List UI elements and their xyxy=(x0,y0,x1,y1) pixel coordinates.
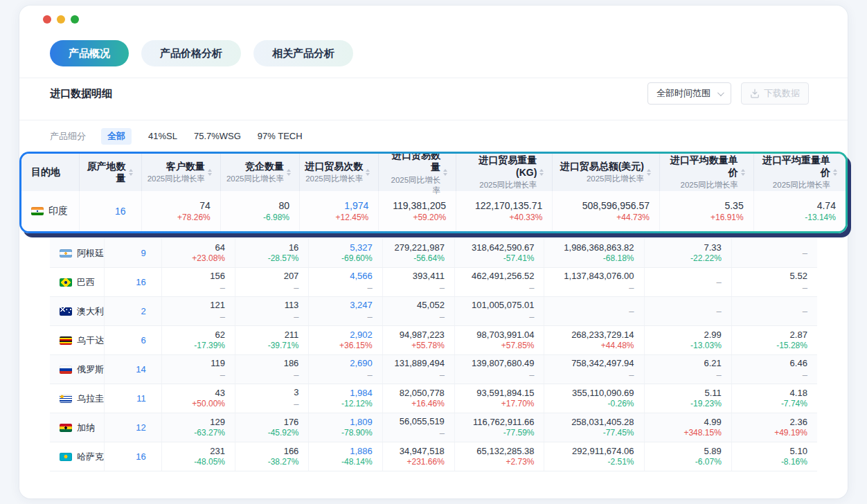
tab-product-overview[interactable]: 产品概况 xyxy=(50,40,129,66)
uruguay-flag-icon xyxy=(60,395,72,403)
tab-bar: 产品概况产品价格分析相关产品分析 xyxy=(50,40,817,66)
cell-trade-amount-usd: 268,233,729.14+44.48% xyxy=(544,326,643,354)
filter-label: 产品细分 xyxy=(50,130,86,143)
cell-avg-quantity-price: 7.33-22.22% xyxy=(644,239,731,267)
sort-icon[interactable] xyxy=(443,169,447,176)
cell-origin-count: 16 xyxy=(104,442,161,471)
cell-competitor-count: 211-39.71% xyxy=(235,326,308,354)
table-row[interactable]: 阿根廷964+23.08%16-28.57%5,327-69.60%279,22… xyxy=(50,239,817,268)
table-row[interactable]: 乌干达662-17.39%211-39.71%2,902+36.15%94,98… xyxy=(50,326,817,355)
download-data-button[interactable]: 下载数据 xyxy=(741,82,809,105)
cell-destination: 阿根廷 xyxy=(50,239,104,267)
cell-competitor-count: 207– xyxy=(235,268,308,296)
tab-product-price-analysis[interactable]: 产品价格分析 xyxy=(141,40,241,66)
highlighted-table-row[interactable]: 印度1674+78.26%80-6.98%1,974+12.45%119,381… xyxy=(21,191,846,231)
column-header-trade-amount-usd[interactable]: 进口贸易总额(美元)2025同比增长率 xyxy=(552,154,659,191)
cell-avg-quantity-price: 5.35+16.91% xyxy=(659,191,753,231)
cell-origin-count: 16 xyxy=(79,191,141,231)
cell-origin-count: 14 xyxy=(104,355,161,384)
filter-option[interactable]: 全部 xyxy=(101,128,132,145)
column-header-destination: 目的地 xyxy=(21,154,79,191)
cell-competitor-count: 166-38.27% xyxy=(235,442,308,471)
cell-trade-amount-usd: 508,596,956.57+44.73% xyxy=(552,191,659,231)
cell-avg-quantity-price: 2.99-13.03% xyxy=(644,326,731,354)
cell-origin-count: 6 xyxy=(104,326,161,354)
cell-customer-count: 231-48.05% xyxy=(161,442,235,471)
column-header-trade-count[interactable]: 进口贸易次数2025同比增长率 xyxy=(299,154,378,191)
cell-trade-amount-usd: – xyxy=(544,297,643,325)
cell-avg-weight-price: 2.36+49.19% xyxy=(731,413,817,442)
section-actions: 全部时间范围 下载数据 xyxy=(647,82,809,105)
cell-origin-count: 16 xyxy=(104,268,161,296)
download-label: 下载数据 xyxy=(764,87,800,100)
cell-origin-count: 2 xyxy=(104,297,161,325)
cell-trade-quantity: 34,947,518+231.66% xyxy=(382,442,454,471)
argentina-flag-icon xyxy=(60,249,72,258)
cell-avg-weight-price: 5.52– xyxy=(731,268,817,296)
sort-icon[interactable] xyxy=(287,169,291,176)
close-window-button[interactable] xyxy=(43,15,51,24)
cell-customer-count: 156– xyxy=(161,268,235,296)
cell-competitor-count: 186– xyxy=(235,355,308,384)
filter-option[interactable]: 75.7%WSG xyxy=(194,131,241,141)
cell-trade-count: 1,974+12.45% xyxy=(299,191,378,231)
cell-competitor-count: 3– xyxy=(235,384,308,413)
table-row[interactable]: 乌拉圭1143+50.00%3–1,984-12.12%82,050,778+1… xyxy=(50,384,817,413)
cell-trade-weight-kg: 139,807,680.49– xyxy=(454,355,544,384)
column-header-trade-weight-kg[interactable]: 进口贸易重量(KG)2025同比增长率 xyxy=(456,154,552,191)
browser-window: 产品概况产品价格分析相关产品分析 进口数据明细 全部时间范围 下载数据 xyxy=(19,6,848,498)
maximize-window-button[interactable] xyxy=(71,15,79,24)
cell-competitor-count: 176-45.92% xyxy=(235,413,308,442)
section-title: 进口数据明细 xyxy=(50,87,112,100)
sort-icon[interactable] xyxy=(539,169,544,176)
cell-trade-quantity: 45,052– xyxy=(382,297,454,325)
cell-trade-count: 3,247– xyxy=(308,297,382,325)
cell-avg-quantity-price: – xyxy=(644,268,731,296)
column-header-competitor-count[interactable]: 竞企数量2025同比增长率 xyxy=(220,154,299,191)
table-header-row: 目的地原产地数量客户数量2025同比增长率竞企数量2025同比增长率进口贸易次数… xyxy=(21,154,846,191)
filter-options: 全部41%SL75.7%WSG97% TECH xyxy=(101,128,303,145)
india-flag-icon xyxy=(31,207,44,215)
table-row[interactable]: 澳大利亚2121–113–3,247–45,052–101,005,075.01… xyxy=(50,297,817,326)
cell-trade-weight-kg: 65,132,285.38+2.73% xyxy=(454,442,544,471)
table-row[interactable]: 加纳12129-63.27%176-45.92%1,809-78.90%56,0… xyxy=(50,413,817,442)
filter-option[interactable]: 97% TECH xyxy=(258,131,303,141)
filter-option[interactable]: 41%SL xyxy=(148,131,177,141)
column-header-origin-count[interactable]: 原产地数量 xyxy=(79,154,141,191)
sort-icon[interactable] xyxy=(833,169,837,176)
cell-destination: 乌拉圭 xyxy=(50,384,104,413)
cell-trade-quantity: 94,987,223+55.78% xyxy=(382,326,454,354)
table-row[interactable]: 俄罗斯14119–186–2,690–131,889,494–139,807,6… xyxy=(50,355,817,384)
cell-trade-quantity: 279,221,987-56.64% xyxy=(382,239,454,267)
cell-trade-count: 4,566– xyxy=(308,268,382,296)
cell-avg-quantity-price: 5.11-19.23% xyxy=(644,384,731,413)
sort-icon[interactable] xyxy=(208,169,212,176)
cell-trade-count: 1,886-48.14% xyxy=(308,442,382,471)
cell-destination: 澳大利亚 xyxy=(50,297,104,325)
cell-trade-count: 2,902+36.15% xyxy=(308,326,382,354)
cell-destination: 乌干达 xyxy=(50,326,104,354)
table-row[interactable]: 巴西16156–207–4,566–393,411–462,491,256.52… xyxy=(50,268,817,297)
cell-avg-quantity-price: 4.99+348.15% xyxy=(644,413,731,442)
sort-icon[interactable] xyxy=(129,169,133,176)
brazil-flag-icon xyxy=(60,278,72,287)
sort-icon[interactable] xyxy=(741,169,745,176)
column-header-avg-weight-price[interactable]: 进口平均重量单价2025同比增长率 xyxy=(753,154,846,191)
ghana-flag-icon xyxy=(60,424,72,432)
sort-icon[interactable] xyxy=(647,169,651,176)
cell-origin-count: 12 xyxy=(104,413,161,442)
column-header-avg-quantity-price[interactable]: 进口平均数量单价2025同比增长率 xyxy=(659,154,753,191)
cell-avg-quantity-price: – xyxy=(644,297,731,325)
cell-customer-count: 119– xyxy=(161,355,235,384)
cell-trade-amount-usd: 1,137,843,076.00– xyxy=(544,268,643,296)
time-range-select[interactable]: 全部时间范围 xyxy=(647,82,731,105)
table-row[interactable]: 哈萨克斯坦16231-48.05%166-38.27%1,886-48.14%3… xyxy=(50,442,817,471)
column-header-trade-quantity[interactable]: 进口贸易数量2025同比增长率 xyxy=(378,154,456,191)
sort-icon[interactable] xyxy=(366,169,370,176)
cell-trade-weight-kg: 101,005,075.01– xyxy=(454,297,544,325)
cell-destination: 哈萨克斯坦 xyxy=(50,442,104,471)
minimize-window-button[interactable] xyxy=(57,15,65,24)
column-header-customer-count[interactable]: 客户数量2025同比增长率 xyxy=(141,154,220,191)
cell-destination: 俄罗斯 xyxy=(50,355,104,384)
tab-related-product-analysis[interactable]: 相关产品分析 xyxy=(253,40,353,66)
